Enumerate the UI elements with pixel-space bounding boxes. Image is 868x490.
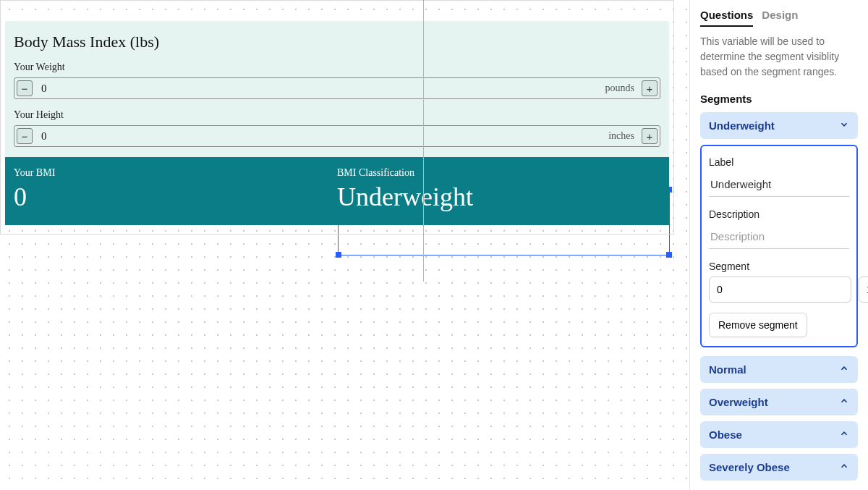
form-card: Body Mass Index (lbs) Your Weight − 0 po… bbox=[5, 21, 669, 157]
bmi-result-value: 0 bbox=[14, 182, 337, 212]
segment-header-label: Severely Obese bbox=[709, 461, 790, 473]
panel-description-heading: Description bbox=[709, 208, 849, 220]
segment-label-input[interactable] bbox=[709, 172, 849, 197]
chevron-up-icon bbox=[839, 428, 849, 441]
panel-segment-heading: Segment bbox=[709, 261, 849, 272]
segment-description-input[interactable] bbox=[709, 224, 849, 249]
segment-header-label: Obese bbox=[709, 428, 742, 441]
segments-title: Segments bbox=[700, 93, 858, 105]
segment-header-obese[interactable]: Obese bbox=[700, 421, 858, 448]
segment-panel: Label Description Segment Remove segment bbox=[700, 145, 858, 347]
height-label: Your Height bbox=[14, 109, 660, 121]
resize-handle-sw[interactable] bbox=[336, 252, 341, 258]
tab-questions[interactable]: Questions bbox=[700, 9, 753, 27]
help-text: This variable will be used to determine … bbox=[700, 34, 858, 80]
resize-handle-se[interactable] bbox=[666, 252, 672, 258]
sidebar-tabs: Questions Design bbox=[700, 9, 858, 27]
weight-increment-button[interactable]: + bbox=[642, 80, 658, 96]
vertical-guide bbox=[423, 0, 424, 282]
segment-header-label: Underweight bbox=[709, 119, 775, 132]
remove-segment-button[interactable]: Remove segment bbox=[709, 313, 807, 337]
segment-to-input[interactable] bbox=[859, 276, 868, 303]
classification-value[interactable]: Underweight bbox=[337, 182, 660, 212]
card-title: Body Mass Index (lbs) bbox=[5, 21, 669, 62]
segment-header-underweight[interactable]: Underweight bbox=[700, 112, 858, 139]
weight-unit: pounds bbox=[605, 83, 637, 94]
segment-header-normal[interactable]: Normal bbox=[700, 356, 858, 383]
height-increment-button[interactable]: + bbox=[642, 128, 658, 144]
height-input-row: − 0 inches + bbox=[14, 125, 660, 147]
chevron-up-icon bbox=[839, 461, 849, 473]
segment-range-row bbox=[709, 276, 849, 303]
classification-col: BMI Classification Underweight bbox=[337, 167, 660, 212]
segment-from-input[interactable] bbox=[709, 276, 851, 303]
weight-label: Your Weight bbox=[14, 62, 660, 73]
chevron-down-icon bbox=[839, 119, 849, 132]
height-decrement-button[interactable]: − bbox=[17, 128, 33, 144]
bmi-result-label: Your BMI bbox=[14, 167, 337, 179]
properties-sidebar: Questions Design This variable will be u… bbox=[689, 0, 868, 490]
weight-group: Your Weight − 0 pounds + bbox=[5, 62, 669, 109]
segment-header-label: Overweight bbox=[709, 396, 768, 408]
bmi-result-col: Your BMI 0 bbox=[14, 167, 337, 212]
segment-header-label: Normal bbox=[709, 363, 746, 376]
segment-header-severely-obese[interactable]: Severely Obese bbox=[700, 454, 858, 481]
result-bar: Your BMI 0 BMI Classification Underweigh… bbox=[5, 157, 669, 225]
panel-label-heading: Label bbox=[709, 156, 849, 168]
weight-decrement-button[interactable]: − bbox=[17, 80, 33, 96]
chevron-up-icon bbox=[839, 363, 849, 376]
design-canvas[interactable]: Body Mass Index (lbs) Your Weight − 0 po… bbox=[0, 0, 689, 490]
weight-input-row: − 0 pounds + bbox=[14, 77, 660, 99]
weight-value[interactable]: 0 bbox=[37, 83, 601, 95]
height-group: Your Height − 0 inches + bbox=[5, 109, 669, 157]
chevron-up-icon bbox=[839, 396, 849, 408]
classification-label: BMI Classification bbox=[337, 167, 660, 179]
height-value[interactable]: 0 bbox=[37, 130, 604, 143]
tab-design[interactable]: Design bbox=[762, 9, 798, 27]
height-unit: inches bbox=[608, 130, 637, 142]
segment-header-overweight[interactable]: Overweight bbox=[700, 389, 858, 415]
form-container: Body Mass Index (lbs) Your Weight − 0 po… bbox=[0, 0, 674, 235]
